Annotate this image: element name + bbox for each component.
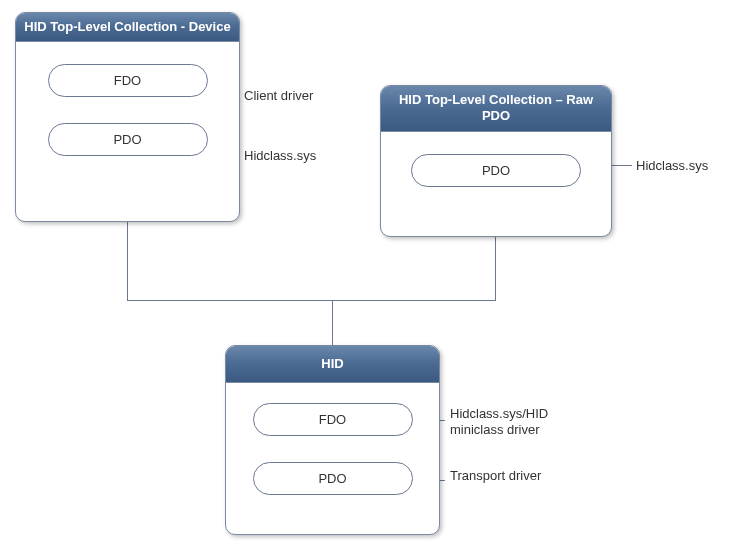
pill-b-pdo: PDO [253, 462, 413, 495]
pill-tr-pdo: PDO [411, 154, 581, 187]
diagram-canvas: HID Top-Level Collection - Device FDO PD… [0, 0, 738, 550]
box-header-hid: HID [226, 346, 439, 383]
tree-left-vert [127, 220, 128, 300]
label-client-driver: Client driver [244, 88, 313, 104]
box-body-tlc-device: FDO PDO [16, 42, 239, 170]
pill-tl-pdo: PDO [48, 123, 208, 156]
label-hidclass-tl: Hidclass.sys [244, 148, 316, 164]
label-hidclass-tr: Hidclass.sys [636, 158, 708, 174]
box-header-tlc-rawpdo: HID Top-Level Collection – Raw PDO [381, 86, 611, 132]
box-header-tlc-device: HID Top-Level Collection - Device [16, 13, 239, 42]
label-hidclass-miniclass: Hidclass.sys/HID miniclass driver [450, 406, 570, 437]
box-body-hid: FDO PDO [226, 383, 439, 509]
tree-center-vert [332, 300, 333, 345]
box-hid-tlc-device: HID Top-Level Collection - Device FDO PD… [15, 12, 240, 222]
pill-b-fdo: FDO [253, 403, 413, 436]
pill-tl-fdo: FDO [48, 64, 208, 97]
box-body-tlc-rawpdo: PDO [381, 132, 611, 201]
label-transport-driver: Transport driver [450, 468, 550, 484]
tree-horizontal [127, 300, 496, 301]
box-hid: HID FDO PDO [225, 345, 440, 535]
box-hid-tlc-rawpdo: HID Top-Level Collection – Raw PDO PDO [380, 85, 612, 237]
tree-right-vert [495, 237, 496, 300]
